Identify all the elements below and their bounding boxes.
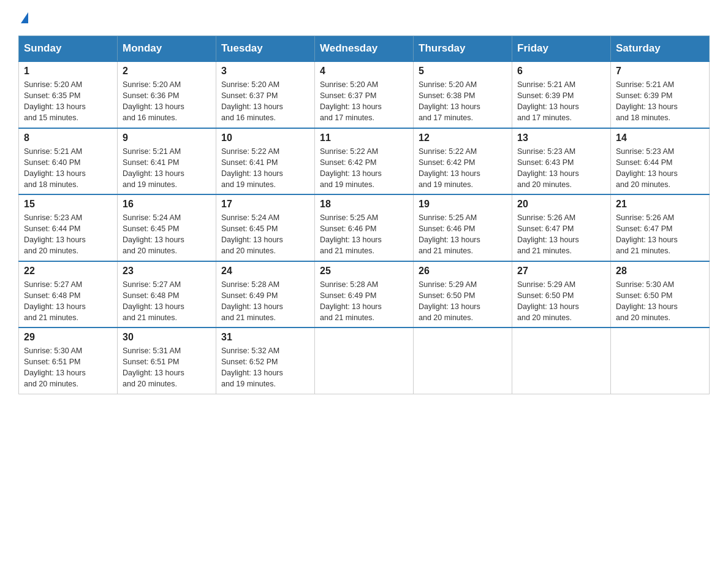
column-header-monday: Monday	[118, 36, 216, 62]
calendar-header-row: SundayMondayTuesdayWednesdayThursdayFrid…	[19, 36, 710, 62]
calendar-week-1: 1 Sunrise: 5:20 AM Sunset: 6:35 PM Dayli…	[19, 61, 710, 128]
day-number: 7	[616, 66, 704, 77]
day-info: Sunrise: 5:27 AM Sunset: 6:48 PM Dayligh…	[24, 279, 112, 324]
day-number: 8	[24, 132, 112, 144]
calendar-week-4: 22 Sunrise: 5:27 AM Sunset: 6:48 PM Dayl…	[19, 261, 710, 328]
calendar-cell: 22 Sunrise: 5:27 AM Sunset: 6:48 PM Dayl…	[19, 261, 118, 328]
day-number: 17	[221, 199, 309, 210]
day-number: 22	[24, 266, 112, 277]
day-info: Sunrise: 5:32 AM Sunset: 6:52 PM Dayligh…	[221, 345, 309, 390]
day-number: 31	[221, 332, 309, 343]
day-number: 4	[320, 66, 408, 77]
day-info: Sunrise: 5:27 AM Sunset: 6:48 PM Dayligh…	[123, 279, 211, 324]
day-info: Sunrise: 5:30 AM Sunset: 6:50 PM Dayligh…	[616, 279, 704, 324]
day-info: Sunrise: 5:24 AM Sunset: 6:45 PM Dayligh…	[123, 212, 211, 257]
day-number: 6	[517, 66, 605, 77]
day-info: Sunrise: 5:23 AM Sunset: 6:43 PM Dayligh…	[517, 146, 605, 191]
calendar-cell: 31 Sunrise: 5:32 AM Sunset: 6:52 PM Dayl…	[216, 327, 315, 394]
calendar-cell: 4 Sunrise: 5:20 AM Sunset: 6:37 PM Dayli…	[315, 61, 414, 128]
day-number: 30	[123, 332, 211, 343]
calendar-cell: 10 Sunrise: 5:22 AM Sunset: 6:41 PM Dayl…	[216, 128, 315, 195]
day-number: 14	[616, 132, 704, 144]
day-info: Sunrise: 5:26 AM Sunset: 6:47 PM Dayligh…	[517, 212, 605, 257]
day-number: 28	[616, 266, 704, 277]
column-header-wednesday: Wednesday	[315, 36, 414, 62]
day-number: 5	[419, 66, 507, 77]
calendar-cell: 29 Sunrise: 5:30 AM Sunset: 6:51 PM Dayl…	[19, 327, 118, 394]
day-info: Sunrise: 5:25 AM Sunset: 6:46 PM Dayligh…	[320, 212, 408, 257]
calendar-cell: 30 Sunrise: 5:31 AM Sunset: 6:51 PM Dayl…	[118, 327, 216, 394]
calendar-cell: 26 Sunrise: 5:29 AM Sunset: 6:50 PM Dayl…	[414, 261, 512, 328]
day-info: Sunrise: 5:25 AM Sunset: 6:46 PM Dayligh…	[419, 212, 507, 257]
day-number: 21	[616, 199, 704, 210]
calendar-cell: 27 Sunrise: 5:29 AM Sunset: 6:50 PM Dayl…	[512, 261, 611, 328]
day-number: 25	[320, 266, 408, 277]
day-number: 20	[517, 199, 605, 210]
day-info: Sunrise: 5:20 AM Sunset: 6:37 PM Dayligh…	[320, 79, 408, 124]
day-info: Sunrise: 5:22 AM Sunset: 6:42 PM Dayligh…	[419, 146, 507, 191]
calendar-week-2: 8 Sunrise: 5:21 AM Sunset: 6:40 PM Dayli…	[19, 128, 710, 195]
calendar-cell: 24 Sunrise: 5:28 AM Sunset: 6:49 PM Dayl…	[216, 261, 315, 328]
day-info: Sunrise: 5:28 AM Sunset: 6:49 PM Dayligh…	[221, 279, 309, 324]
calendar-cell: 3 Sunrise: 5:20 AM Sunset: 6:37 PM Dayli…	[216, 61, 315, 128]
calendar-table: SundayMondayTuesdayWednesdayThursdayFrid…	[18, 36, 710, 394]
day-info: Sunrise: 5:23 AM Sunset: 6:44 PM Dayligh…	[24, 212, 112, 257]
day-info: Sunrise: 5:21 AM Sunset: 6:40 PM Dayligh…	[24, 146, 112, 191]
calendar-cell	[315, 327, 414, 394]
day-number: 23	[123, 266, 211, 277]
calendar-cell: 1 Sunrise: 5:20 AM Sunset: 6:35 PM Dayli…	[19, 61, 118, 128]
day-info: Sunrise: 5:30 AM Sunset: 6:51 PM Dayligh…	[24, 345, 112, 390]
day-info: Sunrise: 5:21 AM Sunset: 6:39 PM Dayligh…	[517, 79, 605, 124]
column-header-sunday: Sunday	[19, 36, 118, 62]
day-info: Sunrise: 5:20 AM Sunset: 6:36 PM Dayligh…	[123, 79, 211, 124]
calendar-cell: 8 Sunrise: 5:21 AM Sunset: 6:40 PM Dayli…	[19, 128, 118, 195]
page-header	[18, 12, 710, 23]
day-number: 24	[221, 266, 309, 277]
calendar-cell: 6 Sunrise: 5:21 AM Sunset: 6:39 PM Dayli…	[512, 61, 611, 128]
day-number: 10	[221, 132, 309, 144]
calendar-cell: 9 Sunrise: 5:21 AM Sunset: 6:41 PM Dayli…	[118, 128, 216, 195]
day-info: Sunrise: 5:26 AM Sunset: 6:47 PM Dayligh…	[616, 212, 704, 257]
day-number: 12	[419, 132, 507, 144]
day-info: Sunrise: 5:20 AM Sunset: 6:38 PM Dayligh…	[419, 79, 507, 124]
calendar-cell: 7 Sunrise: 5:21 AM Sunset: 6:39 PM Dayli…	[611, 61, 710, 128]
calendar-cell: 18 Sunrise: 5:25 AM Sunset: 6:46 PM Dayl…	[315, 194, 414, 261]
calendar-cell: 16 Sunrise: 5:24 AM Sunset: 6:45 PM Dayl…	[118, 194, 216, 261]
day-info: Sunrise: 5:23 AM Sunset: 6:44 PM Dayligh…	[616, 146, 704, 191]
calendar-cell: 17 Sunrise: 5:24 AM Sunset: 6:45 PM Dayl…	[216, 194, 315, 261]
day-info: Sunrise: 5:29 AM Sunset: 6:50 PM Dayligh…	[517, 279, 605, 324]
calendar-cell: 19 Sunrise: 5:25 AM Sunset: 6:46 PM Dayl…	[414, 194, 512, 261]
day-info: Sunrise: 5:21 AM Sunset: 6:39 PM Dayligh…	[616, 79, 704, 124]
day-number: 11	[320, 132, 408, 144]
column-header-saturday: Saturday	[611, 36, 710, 62]
calendar-cell: 13 Sunrise: 5:23 AM Sunset: 6:43 PM Dayl…	[512, 128, 611, 195]
calendar-cell: 14 Sunrise: 5:23 AM Sunset: 6:44 PM Dayl…	[611, 128, 710, 195]
day-number: 26	[419, 266, 507, 277]
calendar-cell	[414, 327, 512, 394]
calendar-cell: 21 Sunrise: 5:26 AM Sunset: 6:47 PM Dayl…	[611, 194, 710, 261]
day-info: Sunrise: 5:22 AM Sunset: 6:42 PM Dayligh…	[320, 146, 408, 191]
calendar-cell: 25 Sunrise: 5:28 AM Sunset: 6:49 PM Dayl…	[315, 261, 414, 328]
day-number: 16	[123, 199, 211, 210]
calendar-week-5: 29 Sunrise: 5:30 AM Sunset: 6:51 PM Dayl…	[19, 327, 710, 394]
day-info: Sunrise: 5:22 AM Sunset: 6:41 PM Dayligh…	[221, 146, 309, 191]
day-number: 2	[123, 66, 211, 77]
day-number: 3	[221, 66, 309, 77]
day-info: Sunrise: 5:20 AM Sunset: 6:35 PM Dayligh…	[24, 79, 112, 124]
column-header-thursday: Thursday	[414, 36, 512, 62]
day-number: 1	[24, 66, 112, 77]
calendar-cell: 15 Sunrise: 5:23 AM Sunset: 6:44 PM Dayl…	[19, 194, 118, 261]
calendar-cell: 20 Sunrise: 5:26 AM Sunset: 6:47 PM Dayl…	[512, 194, 611, 261]
day-number: 29	[24, 332, 112, 343]
day-info: Sunrise: 5:28 AM Sunset: 6:49 PM Dayligh…	[320, 279, 408, 324]
day-info: Sunrise: 5:29 AM Sunset: 6:50 PM Dayligh…	[419, 279, 507, 324]
day-number: 9	[123, 132, 211, 144]
calendar-cell: 2 Sunrise: 5:20 AM Sunset: 6:36 PM Dayli…	[118, 61, 216, 128]
day-info: Sunrise: 5:20 AM Sunset: 6:37 PM Dayligh…	[221, 79, 309, 124]
day-info: Sunrise: 5:21 AM Sunset: 6:41 PM Dayligh…	[123, 146, 211, 191]
calendar-week-3: 15 Sunrise: 5:23 AM Sunset: 6:44 PM Dayl…	[19, 194, 710, 261]
calendar-cell: 11 Sunrise: 5:22 AM Sunset: 6:42 PM Dayl…	[315, 128, 414, 195]
day-number: 27	[517, 266, 605, 277]
calendar-cell: 23 Sunrise: 5:27 AM Sunset: 6:48 PM Dayl…	[118, 261, 216, 328]
day-number: 15	[24, 199, 112, 210]
